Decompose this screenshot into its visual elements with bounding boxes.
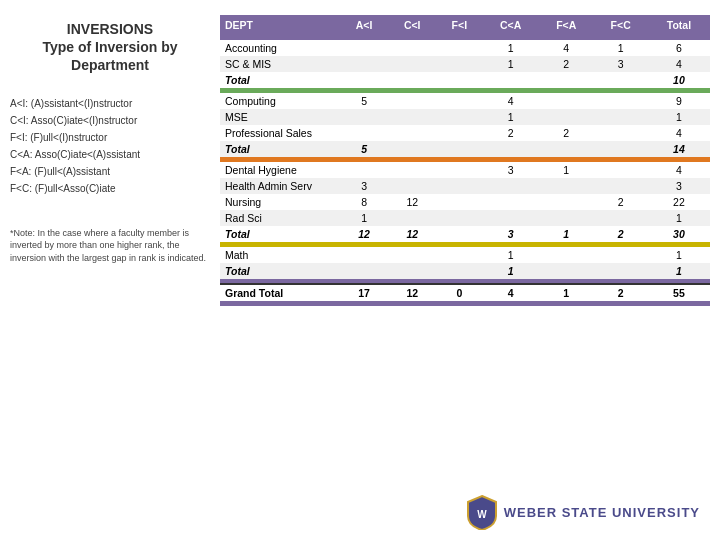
table-row: Dental Hygiene 3 1 4 (220, 162, 710, 178)
fc-cell: 2 (593, 226, 647, 242)
grand-total-ci: 12 (388, 284, 436, 301)
total-row: Total 10 (220, 72, 710, 88)
fi-cell (436, 141, 482, 157)
legend-item: A<I: (A)ssistant<(I)nstructor (10, 95, 210, 112)
fc-cell (593, 93, 647, 109)
dept-cell: Health Admin Serv (220, 178, 340, 194)
fc-cell: 1 (593, 40, 647, 56)
ci-cell (388, 40, 436, 56)
fi-cell (436, 263, 482, 279)
total-cell: 10 (648, 72, 710, 88)
university-name: WEBER STATE UNIVERSITY (504, 505, 700, 520)
ci-cell (388, 247, 436, 263)
fi-cell (436, 93, 482, 109)
fi-cell (436, 247, 482, 263)
left-panel: INVERSIONS Type of Inversion by Departme… (10, 10, 220, 489)
ci-cell (388, 125, 436, 141)
ca-cell: 4 (482, 93, 539, 109)
table-row: Computing 5 4 9 (220, 93, 710, 109)
fa-cell (539, 194, 593, 210)
fa-cell (539, 210, 593, 226)
legend-item: F<C: (F)ull<Asso(C)iate (10, 180, 210, 197)
col-fc: F<C (593, 15, 647, 35)
fi-cell (436, 162, 482, 178)
fa-cell (539, 263, 593, 279)
total-row: Total 12 12 3 1 2 30 (220, 226, 710, 242)
ci-cell (388, 162, 436, 178)
ci-cell (388, 56, 436, 72)
table-row: MSE 1 1 (220, 109, 710, 125)
fa-cell: 1 (539, 162, 593, 178)
university-branding: W WEBER STATE UNIVERSITY (466, 494, 700, 530)
right-panel: DEPT A<I C<I F<I C<A F<A F<C Total (220, 10, 710, 489)
total-cell: 9 (648, 93, 710, 109)
total-cell: 14 (648, 141, 710, 157)
ca-cell: 3 (482, 162, 539, 178)
legend: A<I: (A)ssistant<(I)nstructor C<I: Asso(… (10, 95, 210, 197)
dept-cell: Nursing (220, 194, 340, 210)
dept-cell: Total (220, 72, 340, 88)
fa-cell: 1 (539, 226, 593, 242)
ci-cell (388, 141, 436, 157)
ai-cell: 1 (340, 210, 388, 226)
ca-cell: 2 (482, 125, 539, 141)
col-ca: C<A (482, 15, 539, 35)
ai-cell (340, 162, 388, 178)
dept-cell: Total (220, 141, 340, 157)
ci-cell (388, 263, 436, 279)
dept-cell: Total (220, 226, 340, 242)
table-row: Health Admin Serv 3 3 (220, 178, 710, 194)
ca-cell: 1 (482, 56, 539, 72)
grand-total-dept: Grand Total (220, 284, 340, 301)
fa-cell (539, 109, 593, 125)
ca-cell: 3 (482, 226, 539, 242)
dept-cell: Accounting (220, 40, 340, 56)
table-row: Math 1 1 (220, 247, 710, 263)
ai-cell: 12 (340, 226, 388, 242)
legend-item: F<I: (F)ull<(I)nstructor (10, 129, 210, 146)
fa-cell (539, 178, 593, 194)
fc-cell (593, 178, 647, 194)
ci-cell (388, 109, 436, 125)
legend-item: C<I: Asso(C)iate<(I)nstructor (10, 112, 210, 129)
fa-cell: 2 (539, 125, 593, 141)
fi-cell (436, 125, 482, 141)
dept-cell: Dental Hygiene (220, 162, 340, 178)
grand-total-ai: 17 (340, 284, 388, 301)
fa-cell (539, 93, 593, 109)
ca-cell: 1 (482, 263, 539, 279)
fc-cell (593, 247, 647, 263)
ai-cell (340, 125, 388, 141)
fi-cell (436, 72, 482, 88)
fi-cell (436, 194, 482, 210)
legend-item: F<A: (F)ull<(A)ssistant (10, 163, 210, 180)
ca-cell: 1 (482, 109, 539, 125)
grand-total-total: 55 (648, 284, 710, 301)
svg-text:W: W (477, 509, 487, 520)
legend-item: C<A: Asso(C)iate<(A)ssistant (10, 146, 210, 163)
table-row: Rad Sci 1 1 (220, 210, 710, 226)
fi-cell (436, 178, 482, 194)
dept-cell: Total (220, 263, 340, 279)
table-row: SC & MIS 1 2 3 4 (220, 56, 710, 72)
ai-cell (340, 109, 388, 125)
col-ai: A<I (340, 15, 388, 35)
ai-cell (340, 263, 388, 279)
col-ci: C<I (388, 15, 436, 35)
fc-cell (593, 109, 647, 125)
total-cell: 3 (648, 178, 710, 194)
total-cell: 4 (648, 125, 710, 141)
total-cell: 22 (648, 194, 710, 210)
note-text: *Note: In the case where a faculty membe… (10, 227, 210, 265)
ai-cell (340, 56, 388, 72)
grand-total-row: Grand Total 17 12 0 4 1 2 55 (220, 284, 710, 301)
ca-cell (482, 141, 539, 157)
bottom-separator (220, 301, 710, 306)
ci-cell: 12 (388, 194, 436, 210)
ai-cell: 8 (340, 194, 388, 210)
total-cell: 1 (648, 247, 710, 263)
total-cell: 1 (648, 263, 710, 279)
total-cell: 1 (648, 210, 710, 226)
ci-cell (388, 178, 436, 194)
fc-cell (593, 210, 647, 226)
